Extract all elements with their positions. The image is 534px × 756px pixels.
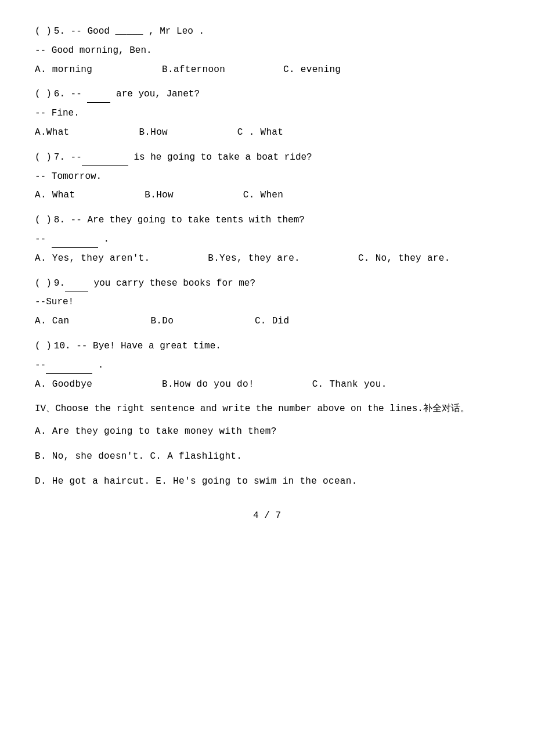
question-6: ( ) 6. -- are you, Janet? -- Fine. A.Wha… [35,86,499,141]
section-iv-title: IV、Choose the right sentence and write t… [35,401,499,417]
section-iv-item-d: D. He got a haircut. E. He's going to sw… [35,473,499,490]
option-10c: C. Thank you. [312,379,387,390]
question-7-paren: ( ) [35,149,52,166]
question-9-text: 9. you carry these books for me? [54,275,255,292]
question-8-options: A. Yes, they aren't. B.Yes, they are. C.… [35,250,499,267]
section-iv-item-b: B. No, she doesn't. C. A flashlight. [35,448,499,465]
question-5: ( ) 5. -- Good _____ , Mr Leo . -- Good … [35,23,499,78]
question-9-paren: ( ) [35,275,52,292]
question-8-paren: ( ) [35,212,52,229]
section-iv-b: B. No, she doesn't. C. A flashlight. [35,451,242,462]
question-10: ( ) 10. -- Bye! Have a great time. -- . … [35,338,499,393]
question-6-paren: ( ) [35,86,52,103]
question-7-line: ( ) 7. -- is he going to take a boat rid… [35,149,499,166]
section-iv: IV、Choose the right sentence and write t… [35,401,499,489]
question-8-answer: -- . [35,231,499,248]
option-9b: B.Do [150,316,174,326]
question-9-answer: --Sure! [35,294,499,311]
question-8-text: 8. -- Are they going to take tents with … [54,212,305,229]
question-5-line: ( ) 5. -- Good _____ , Mr Leo . [35,23,499,40]
question-10-answer: -- . [35,357,499,374]
question-9-options: A. Can B.Do C. Did [35,313,499,330]
question-5-paren: ( ) [35,23,52,40]
question-8-line: ( ) 8. -- Are they going to take tents w… [35,212,499,229]
section-iv-item-a: A. Are they going to take money with the… [35,423,499,440]
option-7c: C. When [243,190,283,200]
page-number: 4 / 7 [35,507,499,524]
option-8a: A. Yes, they aren't. [35,253,150,264]
option-5b: B.afternoon [162,64,225,75]
option-9c: C. Did [255,316,290,326]
option-6a: A.What [35,127,70,138]
question-9: ( ) 9. you carry these books for me? --S… [35,275,499,330]
question-8: ( ) 8. -- Are they going to take tents w… [35,212,499,267]
question-10-line: ( ) 10. -- Bye! Have a great time. [35,338,499,355]
question-7-text: 7. -- is he going to take a boat ride? [54,149,312,166]
question-5-text: 5. -- Good _____ , Mr Leo . [54,23,204,40]
question-6-answer: -- Fine. [35,105,499,122]
question-7-answer: -- Tomorrow. [35,168,499,185]
option-10a: A. Goodbye [35,379,92,390]
question-10-paren: ( ) [35,338,52,355]
option-10b: B.How do you do! [162,379,254,390]
question-7-options: A. What B.How C. When [35,187,499,204]
question-6-text: 6. -- are you, Janet? [54,86,200,103]
option-6b: B.How [139,127,168,138]
question-9-line: ( ) 9. you carry these books for me? [35,275,499,292]
option-7b: B.How [145,190,174,200]
option-7a: A. What [35,190,75,200]
question-10-options: A. Goodbye B.How do you do! C. Thank you… [35,376,499,393]
option-6c: C . What [237,127,283,138]
question-7: ( ) 7. -- is he going to take a boat rid… [35,149,499,204]
section-iv-a: A. Are they going to take money with the… [35,426,277,437]
option-5a: A. morning [35,64,92,75]
question-10-text: 10. -- Bye! Have a great time. [54,338,221,355]
option-8c: C. No, they are. [358,253,450,264]
option-8b: B.Yes, they are. [208,253,300,264]
option-9a: A. Can [35,316,70,326]
option-5c: C. evening [283,64,341,75]
section-iv-d: D. He got a haircut. E. He's going to sw… [35,476,358,487]
question-6-options: A.What B.How C . What [35,124,499,141]
question-6-line: ( ) 6. -- are you, Janet? [35,86,499,103]
question-5-answer: -- Good morning, Ben. [35,42,499,59]
question-5-options: A. morning B.afternoon C. evening [35,62,499,78]
